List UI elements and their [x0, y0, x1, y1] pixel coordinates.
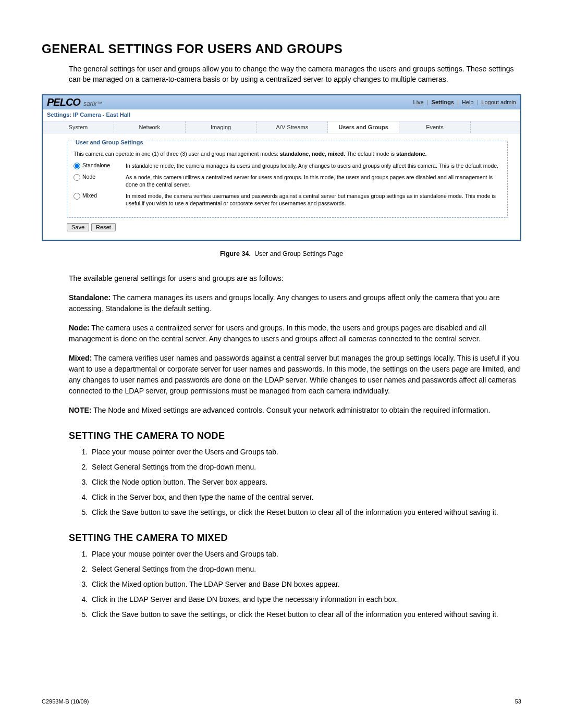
def-node: Node: The camera uses a centralized serv… [42, 323, 521, 344]
list-item: Select General Settings from the drop-do… [90, 462, 521, 473]
fieldset-legend: User and Group Settings [74, 139, 145, 145]
radio-standalone[interactable] [74, 163, 80, 169]
list-item: Click the Mixed option button. The LDAP … [90, 579, 521, 590]
def-mixed: Mixed: The camera verifies user names an… [42, 353, 521, 397]
tab-system[interactable]: System [43, 121, 114, 133]
tab-users-groups[interactable]: Users and Groups [328, 121, 399, 133]
figure-caption: Figure 34. User and Group Settings Page [42, 250, 521, 257]
intro-paragraph: The general settings for user and groups… [42, 64, 521, 85]
mode-intro: This camera can operate in one (1) of th… [74, 151, 501, 157]
steps-mixed: Place your mouse pointer over the Users … [42, 549, 521, 620]
list-item: Place your mouse pointer over the Users … [90, 447, 521, 458]
link-help[interactable]: Help [462, 99, 474, 105]
header-links: Live| Settings| Help| Logout admin [413, 99, 516, 105]
reset-button[interactable]: Reset [91, 223, 116, 231]
list-item: Place your mouse pointer over the Users … [90, 549, 521, 560]
tab-events[interactable]: Events [399, 121, 471, 133]
radio-label-standalone: Standalone [82, 162, 110, 168]
link-live[interactable]: Live [413, 99, 424, 105]
list-item: Select General Settings from the drop-do… [90, 564, 521, 575]
steps-node: Place your mouse pointer over the Users … [42, 447, 521, 518]
list-item: Click in the LDAP Server and Base DN box… [90, 594, 521, 605]
radio-mixed[interactable] [74, 193, 80, 200]
note: NOTE: The Node and Mixed settings are ad… [42, 405, 521, 416]
heading-node: SETTING THE CAMERA TO NODE [42, 430, 521, 441]
radio-node[interactable] [74, 174, 80, 181]
save-button[interactable]: Save [67, 223, 89, 231]
page-title: GENERAL SETTINGS FOR USERS AND GROUPS [42, 42, 521, 56]
list-item: Click in the Server box, and then type t… [90, 492, 521, 503]
tab-av-streams[interactable]: A/V Streams [256, 121, 328, 133]
tab-bar: System Network Imaging A/V Streams Users… [43, 121, 520, 133]
desc-mixed: In mixed mode, the camera verifies usern… [126, 192, 501, 207]
footer-right: 53 [515, 698, 521, 705]
para-available: The available general settings for users… [42, 273, 521, 284]
pelco-logo: PELCO sarix™ [47, 96, 103, 108]
breadcrumb: Settings: IP Camera - East Hall [43, 109, 520, 121]
radio-label-mixed: Mixed [82, 192, 97, 199]
def-standalone: Standalone: The camera manages its users… [42, 292, 521, 314]
link-logout[interactable]: Logout admin [481, 99, 516, 105]
tab-network[interactable]: Network [114, 121, 186, 133]
desc-node: As a node, this camera utilizes a centra… [126, 174, 501, 188]
tab-spacer [471, 121, 520, 133]
list-item: Click the Save button to save the settin… [90, 507, 521, 518]
radio-label-node: Node [82, 174, 95, 180]
footer-left: C2953M-B (10/09) [42, 698, 89, 705]
link-settings[interactable]: Settings [432, 99, 454, 105]
tab-imaging[interactable]: Imaging [186, 121, 257, 133]
list-item: Click the Save button to save the settin… [90, 609, 521, 620]
desc-standalone: In standalone mode, the camera manages i… [126, 162, 501, 169]
heading-mixed: SETTING THE CAMERA TO MIXED [42, 533, 521, 544]
settings-screenshot: PELCO sarix™ Live| Settings| Help| Logou… [42, 94, 521, 241]
user-group-fieldset: User and Group Settings This camera can … [67, 141, 508, 218]
list-item: Click the Node option button. The Server… [90, 477, 521, 488]
